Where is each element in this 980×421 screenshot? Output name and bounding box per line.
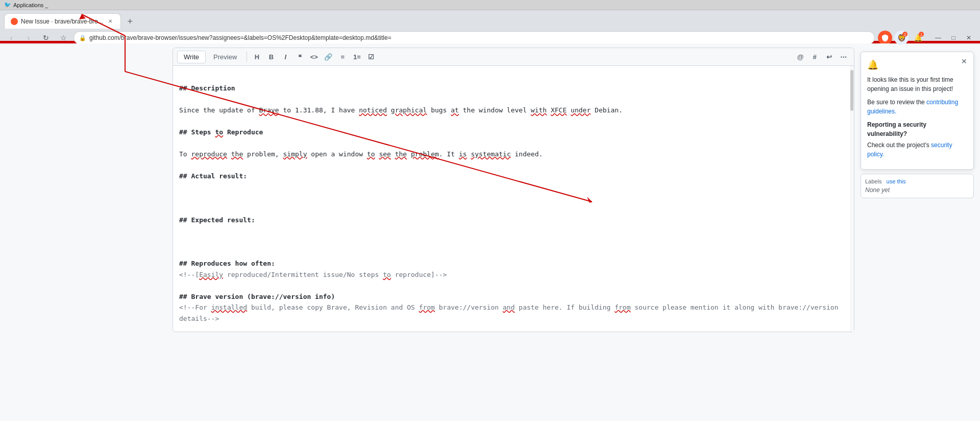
browser-chrome: New Issue · brave/brave-bro... ✕ + ‹ › ↻… [0, 10, 980, 41]
tab-bar: New Issue · brave/brave-bro... ✕ + [0, 10, 980, 29]
bullets-button[interactable]: ≡ [336, 50, 349, 63]
line-description-text: Since the update of Brave to 1.31.88, I … [179, 106, 623, 114]
undo-button[interactable]: ↩ [822, 50, 836, 63]
heading-description: ## Description [179, 84, 235, 92]
back-button[interactable]: ‹ [4, 31, 18, 45]
checklist-button[interactable]: ☑ [364, 50, 378, 63]
content-columns: Write Preview H B I ❝ <> 🔗 ≡ 1≡ ☑ @ [168, 43, 980, 421]
toolbar-divider-1 [247, 52, 247, 62]
notification-button[interactable]: 🔔 1 [911, 31, 925, 45]
tooltip-section-title: Reporting a security vulnerability? [867, 120, 967, 138]
scrollbar-track[interactable] [850, 66, 854, 332]
brave-shield-icon [881, 34, 889, 42]
heading-actual: ## Actual result: [179, 172, 247, 180]
quote-button[interactable]: ❝ [293, 50, 306, 63]
mention-button[interactable]: @ [794, 50, 807, 63]
lock-icon: 🔒 [79, 35, 86, 41]
rewards-badge: 2 [902, 32, 908, 37]
heading-steps: ## Steps to Reproduce [179, 128, 263, 136]
url-text: github.com/brave/brave-browser/issues/ne… [89, 34, 869, 41]
editor-body[interactable]: ## Description Since the update of Brave… [173, 66, 854, 332]
tooltip-icon: 🔔 [867, 58, 967, 72]
tooltip-para3: Check out the project's security policy. [867, 141, 967, 159]
labels-section: Labels use this None yet [861, 174, 974, 198]
os-app-icon: 🐦 [4, 2, 11, 8]
window-close-button[interactable]: ✕ [962, 31, 976, 45]
right-sidebar-panel: ✕ 🔔 It looks like this is your first tim… [859, 48, 976, 417]
numbers-button[interactable]: 1≡ [350, 50, 363, 63]
tab-close-button[interactable]: ✕ [106, 17, 114, 26]
active-tab[interactable]: New Issue · brave/brave-bro... ✕ [4, 13, 121, 29]
editor-text-content[interactable]: ## Description Since the update of Brave… [179, 72, 844, 332]
heading-expected: ## Expected result: [179, 216, 255, 224]
left-sidebar [0, 43, 168, 421]
new-tab-button[interactable]: + [123, 14, 137, 29]
labels-none-yet: None yet [865, 186, 969, 194]
editor-scroll-area[interactable]: ## Description Since the update of Brave… [173, 66, 854, 332]
heading-reproduces: ## Reproduces how often: [179, 260, 275, 267]
window-controls: — □ ✕ [931, 31, 976, 45]
scrollbar-thumb[interactable] [850, 70, 853, 111]
editor-container: Write Preview H B I ❝ <> 🔗 ≡ 1≡ ☑ @ [173, 48, 854, 332]
tab-write[interactable]: Write [177, 51, 206, 63]
maximize-button[interactable]: □ [946, 31, 961, 45]
link-button[interactable]: 🔗 [322, 50, 335, 63]
labels-heading: Labels use this [865, 178, 969, 184]
tooltip-para2: Be sure to review the contributing guide… [867, 98, 967, 116]
nav-right-controls: 🦁 2 🔔 1 — □ ✕ [878, 31, 976, 45]
more-options-button[interactable]: ⋯ [837, 50, 850, 63]
brave-shield-button[interactable] [878, 31, 892, 45]
toolbar-right: @ # ↩ ⋯ [794, 50, 850, 63]
reference-button[interactable]: # [808, 50, 821, 63]
bold-button[interactable]: B [264, 50, 278, 63]
first-time-tooltip: ✕ 🔔 It looks like this is your first tim… [861, 52, 974, 170]
editor-column: Write Preview H B I ❝ <> 🔗 ≡ 1≡ ☑ @ [173, 48, 854, 417]
os-app-label: Applications _ [13, 2, 48, 8]
tab-favicon [11, 18, 18, 25]
os-app-menu[interactable]: 🐦 Applications _ [4, 2, 48, 8]
comment-reproduces: <!--[Easily reproduced/Intermittent issu… [179, 271, 447, 278]
comment-version: <!--For installed build, please copy Bra… [179, 303, 842, 322]
brave-rewards-button[interactable]: 🦁 2 [894, 31, 909, 45]
center-content: Write Preview H B I ❝ <> 🔗 ≡ 1≡ ☑ @ [168, 43, 980, 421]
tooltip-para1: It looks like this is your first time op… [867, 75, 967, 93]
tab-preview[interactable]: Preview [207, 51, 243, 63]
heading-button[interactable]: H [250, 50, 263, 63]
line-steps-text: To reproduce the problem, simply open a … [179, 150, 543, 158]
os-taskbar: 🐦 Applications _ [0, 0, 980, 10]
code-button[interactable]: <> [307, 50, 321, 63]
main-content: Write Preview H B I ❝ <> 🔗 ≡ 1≡ ☑ @ [0, 43, 980, 421]
address-bar[interactable]: 🔒 github.com/brave/brave-browser/issues/… [74, 31, 875, 44]
editor-toolbar: Write Preview H B I ❝ <> 🔗 ≡ 1≡ ☑ @ [173, 48, 854, 66]
heading-version: ## Brave version (brave://version info) [179, 293, 335, 300]
use-this-label-link[interactable]: use this [887, 178, 906, 184]
minimize-button[interactable]: — [931, 31, 945, 45]
forward-button[interactable]: › [21, 31, 36, 45]
bookmark-button[interactable]: ☆ [56, 31, 70, 45]
italic-button[interactable]: I [279, 50, 292, 63]
tab-title: New Issue · brave/brave-bro... [21, 18, 103, 25]
notif-badge: 1 [919, 32, 924, 37]
reload-button[interactable]: ↻ [39, 31, 53, 45]
tooltip-close-button[interactable]: ✕ [959, 56, 969, 66]
